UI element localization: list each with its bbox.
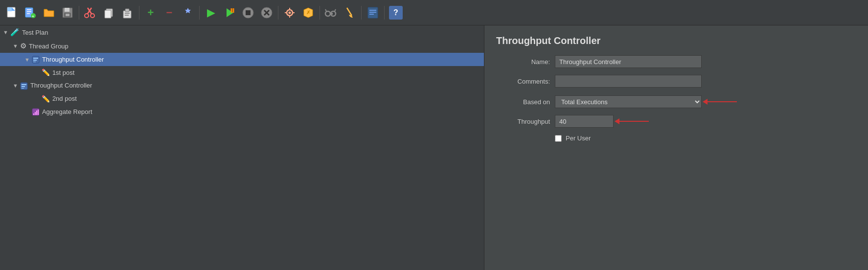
svg-rect-50 bbox=[33, 58, 38, 59]
svg-rect-18 bbox=[105, 10, 111, 18]
svg-rect-5 bbox=[27, 11, 31, 12]
start-no-pauses-button[interactable] bbox=[221, 4, 238, 22]
tree-panel: ▼ 🧪 Test Plan ▼ ⚙ Thread Group ▼ Through… bbox=[0, 25, 484, 270]
tools-button[interactable] bbox=[281, 4, 298, 22]
svg-rect-1 bbox=[7, 7, 12, 11]
browse-button[interactable] bbox=[179, 4, 197, 22]
tree-label-throughput-controller-2: Throughput Controller bbox=[30, 82, 92, 89]
open-button[interactable] bbox=[40, 4, 58, 22]
paste-button[interactable] bbox=[119, 4, 137, 22]
based-on-label: Based on bbox=[496, 98, 550, 106]
clear-button[interactable]: ✗ bbox=[299, 4, 317, 22]
throughput-row: Throughput bbox=[496, 115, 856, 128]
tree-item-aggregate-report[interactable]: ▼ Aggregate Report bbox=[0, 105, 484, 118]
svg-rect-21 bbox=[125, 13, 130, 14]
name-input[interactable] bbox=[555, 55, 702, 68]
shutdown-button[interactable] bbox=[258, 4, 275, 22]
svg-point-36 bbox=[289, 11, 291, 14]
separator-6 bbox=[361, 6, 362, 20]
per-user-row: Per User bbox=[496, 135, 856, 142]
properties-panel: Throughput Controller Name: Comments: Ba… bbox=[484, 25, 868, 270]
add-button[interactable]: + bbox=[142, 4, 160, 22]
tree-item-throughput-controller-1[interactable]: ▼ Throughput Controller bbox=[0, 53, 484, 66]
svg-marker-23 bbox=[227, 8, 233, 17]
controller-icon bbox=[32, 55, 40, 64]
svg-rect-61 bbox=[38, 110, 39, 115]
tree-label-test-plan: Test Plan bbox=[22, 29, 48, 36]
per-user-label[interactable]: Per User bbox=[566, 135, 591, 142]
tree-label-first-post: 1st post bbox=[52, 69, 75, 76]
search-button[interactable] bbox=[322, 4, 340, 22]
svg-rect-45 bbox=[368, 7, 378, 18]
report-icon bbox=[32, 108, 40, 116]
svg-rect-4 bbox=[27, 9, 31, 10]
arrow-icon: ▼ bbox=[13, 43, 18, 49]
list-button[interactable] bbox=[364, 4, 382, 22]
throughput-arrow-annotation bbox=[619, 121, 649, 122]
sampler-icon-2: ✏️ bbox=[42, 95, 50, 103]
svg-rect-20 bbox=[125, 9, 129, 12]
cut-button[interactable] bbox=[82, 4, 99, 22]
name-label: Name: bbox=[496, 58, 550, 66]
based-on-select[interactable]: Total Executions Percent Executions bbox=[555, 95, 702, 108]
throughput-label: Throughput bbox=[496, 118, 550, 125]
svg-rect-52 bbox=[33, 62, 36, 62]
tree-label-thread-group: Thread Group bbox=[29, 43, 69, 50]
separator-2 bbox=[139, 6, 139, 20]
svg-rect-41 bbox=[330, 13, 333, 15]
new-button[interactable] bbox=[3, 4, 21, 22]
tree-label-aggregate-report: Aggregate Report bbox=[42, 108, 92, 115]
separator-1 bbox=[79, 6, 79, 20]
arrow-icon: ▼ bbox=[3, 29, 8, 35]
save-button[interactable] bbox=[59, 4, 76, 22]
svg-text:+: + bbox=[32, 14, 34, 19]
help-button[interactable]: ? bbox=[387, 4, 405, 22]
tree-item-thread-group[interactable]: ▼ ⚙ Thread Group bbox=[0, 39, 484, 53]
svg-line-44 bbox=[347, 8, 352, 16]
svg-rect-55 bbox=[22, 86, 25, 87]
controller-icon-2 bbox=[20, 81, 28, 90]
svg-text:✗: ✗ bbox=[306, 10, 310, 15]
based-on-arrow-annotation bbox=[708, 101, 737, 102]
start-button[interactable]: ▶ bbox=[202, 4, 220, 22]
svg-line-43 bbox=[335, 9, 336, 11]
broom-button[interactable] bbox=[341, 4, 359, 22]
svg-rect-54 bbox=[22, 84, 26, 85]
main-area: ▼ 🧪 Test Plan ▼ ⚙ Thread Group ▼ Through… bbox=[0, 25, 868, 270]
svg-point-39 bbox=[325, 11, 330, 16]
remove-button[interactable]: − bbox=[160, 4, 178, 22]
per-user-checkbox[interactable] bbox=[555, 135, 562, 142]
name-row: Name: bbox=[496, 55, 856, 68]
comments-input[interactable] bbox=[555, 75, 702, 88]
sampler-icon: ✏️ bbox=[42, 68, 50, 76]
svg-point-16 bbox=[91, 14, 94, 18]
comments-row: Comments: bbox=[496, 75, 856, 88]
svg-line-42 bbox=[325, 9, 326, 11]
svg-rect-12 bbox=[66, 14, 69, 16]
tree-label-throughput-controller-1: Throughput Controller bbox=[42, 56, 104, 63]
svg-rect-56 bbox=[22, 88, 24, 89]
tree-item-throughput-controller-2[interactable]: ▼ Throughput Controller bbox=[0, 79, 484, 92]
svg-rect-60 bbox=[36, 111, 37, 115]
svg-rect-27 bbox=[246, 10, 251, 15]
new-from-template-button[interactable]: + bbox=[22, 4, 39, 22]
tree-label-second-post: 2nd post bbox=[52, 95, 77, 102]
copy-button[interactable] bbox=[100, 4, 118, 22]
svg-rect-58 bbox=[33, 113, 34, 115]
arrow-icon: ▼ bbox=[24, 57, 30, 63]
svg-rect-51 bbox=[33, 60, 37, 61]
throughput-input[interactable] bbox=[555, 115, 614, 128]
svg-point-15 bbox=[85, 14, 89, 18]
plan-icon: 🧪 bbox=[10, 28, 20, 37]
svg-rect-6 bbox=[27, 13, 30, 14]
based-on-row: Based on Total Executions Percent Execut… bbox=[496, 95, 856, 108]
comments-label: Comments: bbox=[496, 78, 550, 85]
tree-item-second-post[interactable]: ▼ ✏️ 2nd post bbox=[0, 92, 484, 105]
svg-rect-10 bbox=[65, 8, 69, 12]
svg-rect-22 bbox=[125, 15, 129, 16]
separator-5 bbox=[320, 6, 320, 20]
stop-button[interactable] bbox=[239, 4, 257, 22]
tree-item-test-plan[interactable]: ▼ 🧪 Test Plan bbox=[0, 25, 484, 39]
tree-item-first-post[interactable]: ▼ ✏️ 1st post bbox=[0, 66, 484, 79]
toolbar: + bbox=[0, 0, 868, 25]
